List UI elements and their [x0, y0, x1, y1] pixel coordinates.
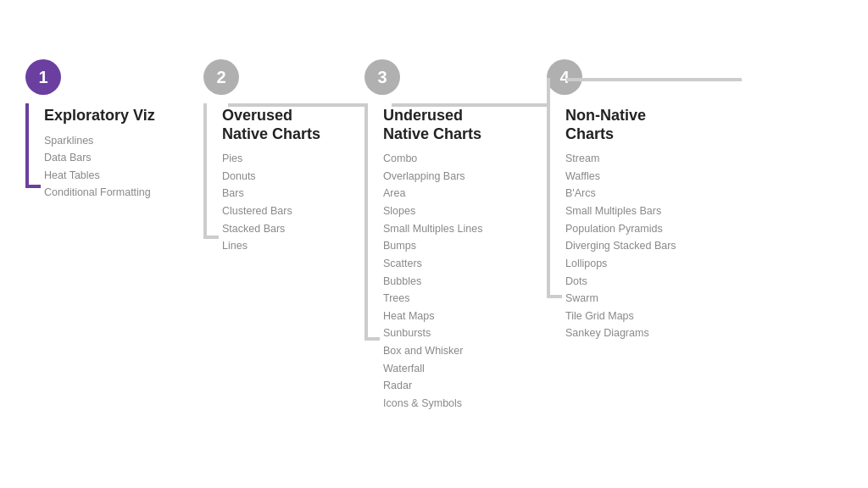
col1-title: Exploratory Viz [44, 107, 155, 125]
list-item: Bumps [383, 237, 482, 255]
list-item: Tile Grid Maps [565, 308, 676, 325]
list-item: Heat Tables [44, 167, 155, 185]
top-line-3 [392, 103, 547, 107]
list-item: Overlapping Bars [383, 168, 482, 186]
list-item: Trees [383, 290, 482, 308]
bracket-3 [364, 103, 380, 341]
badge-2: 2 [203, 59, 239, 95]
main-container: 1 Exploratory Viz Sparklines Data Bars H… [0, 0, 868, 488]
list-item: Small Multiples Bars [565, 202, 676, 220]
badge-3: 3 [364, 59, 400, 95]
list-item: B'Arcs [565, 185, 676, 202]
bracket-4 [547, 78, 562, 298]
list-item: Heat Maps [383, 308, 482, 325]
bracket-2 [203, 103, 219, 239]
column-2: 2 OverusedNative Charts Pies Donuts Bars… [203, 34, 364, 255]
list-item: Stream [565, 150, 676, 168]
column-3: 3 UnderusedNative Charts Combo Overlappi… [364, 34, 547, 413]
list-item: Diverging Stacked Bars [565, 237, 676, 255]
list-item: Bubbles [383, 273, 482, 291]
list-item: Stacked Bars [222, 220, 320, 238]
list-item: Bars [222, 185, 320, 202]
col4-title: Non-NativeCharts [565, 107, 676, 143]
top-line-4 [566, 78, 742, 81]
list-item: Waffles [565, 168, 676, 186]
list-item: Small Multiples Lines [383, 220, 482, 238]
list-item: Clustered Bars [222, 202, 320, 220]
list-item: Data Bars [44, 149, 155, 167]
list-item: Area [383, 185, 482, 202]
list-item: Icons & Symbols [383, 395, 482, 413]
list-item: Slopes [383, 202, 482, 220]
list-item: Population Pyramids [565, 220, 676, 238]
list-item: Scatters [383, 255, 482, 273]
col1-content: Exploratory Viz Sparklines Data Bars Hea… [25, 107, 155, 202]
list-item: Pies [222, 150, 320, 168]
bracket-1 [25, 103, 41, 188]
list-item: Sparklines [44, 132, 155, 150]
badge-row-3: 3 [364, 59, 400, 103]
list-item: Sankey Diagrams [565, 324, 676, 342]
col3-items: Combo Overlapping Bars Area Slopes Small… [383, 150, 482, 412]
list-item: Waterfall [383, 360, 482, 378]
list-item: Conditional Formatting [44, 184, 155, 202]
list-item: Sunbursts [383, 324, 482, 342]
col2-title: OverusedNative Charts [222, 107, 320, 143]
badge-1: 1 [25, 59, 61, 95]
list-item: Combo [383, 150, 482, 168]
list-item: Radar [383, 377, 482, 395]
column-4: 4 Non-NativeCharts Stream Waffles B'Arcs… [547, 34, 742, 342]
top-line-2 [228, 103, 365, 107]
list-item: Donuts [222, 168, 320, 186]
list-item: Swarm [565, 290, 676, 308]
list-item: Box and Whisker [383, 342, 482, 360]
col4-content: Non-NativeCharts Stream Waffles B'Arcs S… [547, 107, 676, 342]
col2-content: OverusedNative Charts Pies Donuts Bars C… [203, 107, 320, 255]
list-item: Lines [222, 237, 320, 255]
col3-content: UnderusedNative Charts Combo Overlapping… [364, 107, 482, 413]
col3-title: UnderusedNative Charts [383, 107, 482, 143]
column-1: 1 Exploratory Viz Sparklines Data Bars H… [25, 34, 203, 202]
col4-items: Stream Waffles B'Arcs Small Multiples Ba… [565, 150, 676, 342]
col2-items: Pies Donuts Bars Clustered Bars Stacked … [222, 150, 320, 255]
list-item: Dots [565, 273, 676, 291]
list-item: Lollipops [565, 255, 676, 273]
badge-row-2: 2 [203, 59, 239, 103]
col1-items: Sparklines Data Bars Heat Tables Conditi… [44, 132, 155, 202]
badge-row-1: 1 [25, 59, 61, 103]
